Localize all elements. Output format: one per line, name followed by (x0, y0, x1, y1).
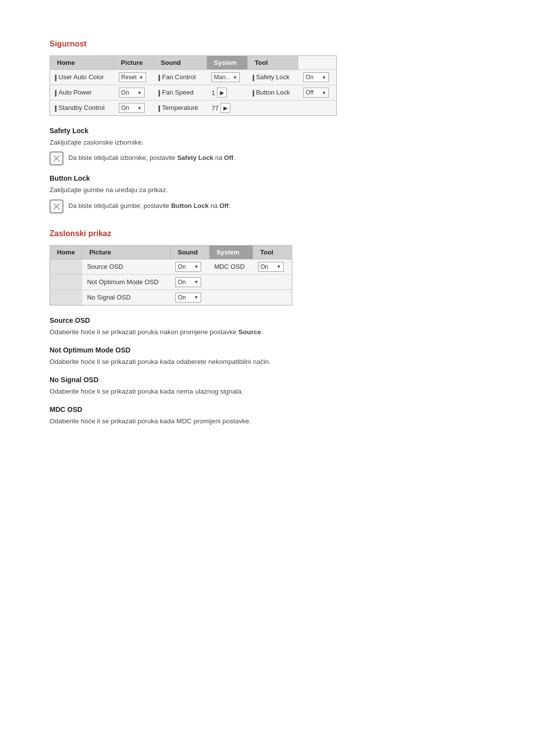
safety-lock-label: Safety Lock (248, 70, 298, 85)
tab-sound-z[interactable]: Sound (170, 245, 209, 259)
safety-lock-note-text: Da biste otključali izbornike, postavite… (68, 151, 235, 163)
source-osd-value[interactable]: On ▼ (170, 259, 209, 274)
tab-tool[interactable]: Tool (248, 56, 298, 70)
safety-lock-title: Safety Lock (50, 127, 485, 135)
button-lock-body: Zaključajte gumbe na uređaju za prikaz. (50, 185, 485, 195)
sigurnost-section: Sigurnost Home Picture Sound System Tool… (50, 40, 485, 213)
no-signal-label: No Signal OSD (82, 290, 171, 305)
tab-sound[interactable]: Sound (154, 56, 207, 70)
source-osd-label: Source OSD (82, 259, 171, 274)
temperature-nav[interactable]: ▶ (220, 103, 230, 113)
button-lock-title: Button Lock (50, 174, 485, 182)
note-icon-2 (50, 200, 63, 213)
fan-speed-label: Fan Speed (154, 85, 207, 101)
mdc-osd-label: MDC OSD (209, 259, 253, 274)
table-row: Standby Control On ▼ Temperature 77 ▶ (50, 101, 337, 116)
table-row: Not Optimum Mode OSD On ▼ (50, 274, 292, 290)
table-row: User Auto Color Reset ▼ Fan Control Man.… (50, 70, 337, 85)
auto-power-value[interactable]: On ▼ (114, 85, 154, 101)
source-osd-title: Source OSD (50, 316, 485, 324)
source-osd-section: Source OSD Odaberite hoće li se prikazat… (50, 316, 485, 337)
zaslonski-title: Zaslonski prikaz (50, 229, 485, 238)
auto-power-label: Auto Power (50, 85, 114, 101)
tab-home-z[interactable]: Home (50, 245, 82, 259)
not-optimum-body: Odaberite hoće li se prikazati poruka ka… (50, 357, 485, 367)
button-lock-value[interactable]: Off ▼ (298, 85, 337, 101)
not-optimum-section: Not Optimum Mode OSD Odaberite hoće li s… (50, 346, 485, 367)
sigurnost-title: Sigurnost (50, 40, 485, 49)
tab-tool-z[interactable]: Tool (253, 245, 292, 259)
zaslonski-section: Zaslonski prikaz Home Picture Sound Syst… (50, 229, 485, 427)
user-auto-color-value[interactable]: Reset ▼ (114, 70, 154, 85)
tab-system[interactable]: System (207, 56, 248, 70)
no-signal-value[interactable]: On ▼ (170, 290, 209, 305)
zaslonski-menu-table: Home Picture Sound System Tool Source OS… (50, 245, 292, 305)
safety-lock-value[interactable]: On ▼ (298, 70, 337, 85)
table-row: Source OSD On ▼ MDC OSD On ▼ (50, 259, 292, 274)
safety-lock-body: Zaključajte zaslonske izbornike. (50, 138, 485, 148)
user-auto-color-label: User Auto Color (50, 70, 114, 85)
source-osd-body: Odaberite hoće li se prikazati poruka na… (50, 327, 485, 337)
mdc-osd-section: MDC OSD Odaberite hoće li se prikazati p… (50, 405, 485, 426)
tab-home[interactable]: Home (50, 56, 114, 70)
fan-speed-nav[interactable]: ▶ (217, 88, 227, 98)
sigurnost-menu-table: Home Picture Sound System Tool User Auto… (50, 55, 337, 116)
table-row: Auto Power On ▼ Fan Speed 1 ▶ (50, 85, 337, 101)
tab-picture-z[interactable]: Picture (82, 245, 171, 259)
not-optimum-title: Not Optimum Mode OSD (50, 346, 485, 354)
not-optimum-label: Not Optimum Mode OSD (82, 274, 171, 290)
temperature-value[interactable]: 77 ▶ (207, 101, 248, 116)
table-row: No Signal OSD On ▼ (50, 290, 292, 305)
temperature-label: Temperature (154, 101, 207, 116)
mdc-osd-body: Odaberite hoće li se prikazati poruka ka… (50, 416, 485, 426)
standby-control-label: Standby Control (50, 101, 114, 116)
tab-system-z[interactable]: System (209, 245, 253, 259)
button-lock-section: Button Lock Zaključajte gumbe na uređaju… (50, 174, 485, 213)
safety-lock-section: Safety Lock Zaključajte zaslonske izborn… (50, 127, 485, 165)
button-lock-label: Button Lock (248, 85, 298, 101)
safety-lock-note: Da biste otključali izbornike, postavite… (50, 151, 485, 165)
mdc-osd-title: MDC OSD (50, 405, 485, 413)
no-signal-section: No Signal OSD Odaberite hoće li se prika… (50, 376, 485, 397)
no-signal-title: No Signal OSD (50, 376, 485, 384)
fan-control-value[interactable]: Man... ▼ (207, 70, 248, 85)
button-lock-note-text: Da biste otključali gumbe, postavite But… (68, 200, 230, 211)
not-optimum-value[interactable]: On ▼ (170, 274, 209, 290)
fan-control-label: Fan Control (154, 70, 207, 85)
fan-speed-value[interactable]: 1 ▶ (207, 85, 248, 101)
button-lock-note: Da biste otključali gumbe, postavite But… (50, 200, 485, 213)
standby-control-value[interactable]: On ▼ (114, 101, 154, 116)
no-signal-body: Odaberite hoće li se prikazati poruka ka… (50, 387, 485, 397)
mdc-osd-value[interactable]: On ▼ (253, 259, 292, 274)
note-icon (50, 151, 63, 165)
tab-picture[interactable]: Picture (114, 56, 154, 70)
